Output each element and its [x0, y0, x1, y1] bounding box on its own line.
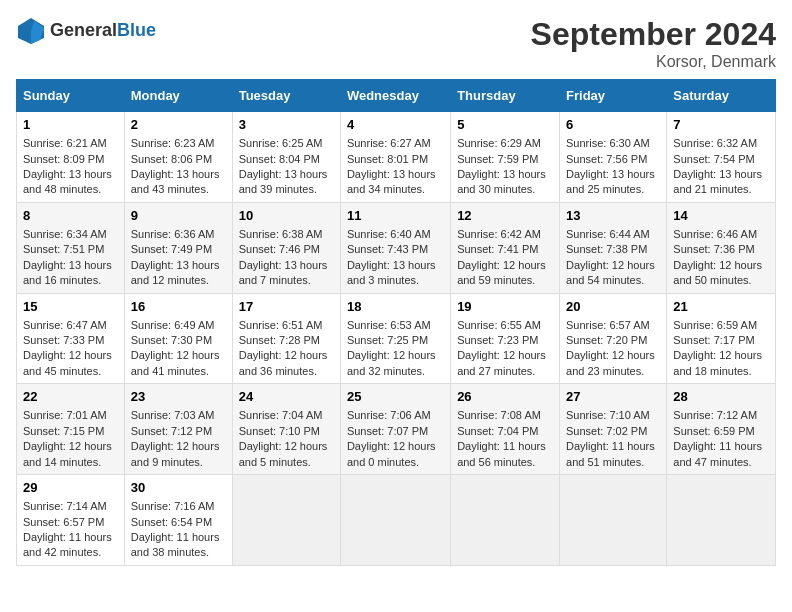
day-number: 15 [23, 298, 118, 316]
calendar-cell: 14 Sunrise: 6:46 AMSunset: 7:36 PMDaylig… [667, 202, 776, 293]
calendar-cell: 22 Sunrise: 7:01 AMSunset: 7:15 PMDaylig… [17, 384, 125, 475]
day-info: Sunrise: 7:16 AMSunset: 6:54 PMDaylight:… [131, 500, 220, 558]
day-info: Sunrise: 6:38 AMSunset: 7:46 PMDaylight:… [239, 228, 328, 286]
day-number: 16 [131, 298, 226, 316]
header-day: Saturday [667, 80, 776, 112]
calendar-table: SundayMondayTuesdayWednesdayThursdayFrid… [16, 79, 776, 566]
day-info: Sunrise: 7:04 AMSunset: 7:10 PMDaylight:… [239, 409, 328, 467]
calendar-cell: 29 Sunrise: 7:14 AMSunset: 6:57 PMDaylig… [17, 475, 125, 566]
day-info: Sunrise: 7:06 AMSunset: 7:07 PMDaylight:… [347, 409, 436, 467]
calendar-subtitle: Korsor, Denmark [531, 53, 776, 71]
day-number: 29 [23, 479, 118, 497]
day-info: Sunrise: 6:23 AMSunset: 8:06 PMDaylight:… [131, 137, 220, 195]
calendar-week-row: 29 Sunrise: 7:14 AMSunset: 6:57 PMDaylig… [17, 475, 776, 566]
day-info: Sunrise: 6:32 AMSunset: 7:54 PMDaylight:… [673, 137, 762, 195]
day-info: Sunrise: 6:30 AMSunset: 7:56 PMDaylight:… [566, 137, 655, 195]
calendar-cell [667, 475, 776, 566]
calendar-cell: 7 Sunrise: 6:32 AMSunset: 7:54 PMDayligh… [667, 112, 776, 203]
day-info: Sunrise: 6:36 AMSunset: 7:49 PMDaylight:… [131, 228, 220, 286]
day-info: Sunrise: 6:49 AMSunset: 7:30 PMDaylight:… [131, 319, 220, 377]
day-number: 30 [131, 479, 226, 497]
day-number: 21 [673, 298, 769, 316]
calendar-cell: 25 Sunrise: 7:06 AMSunset: 7:07 PMDaylig… [340, 384, 450, 475]
day-number: 22 [23, 388, 118, 406]
day-info: Sunrise: 6:59 AMSunset: 7:17 PMDaylight:… [673, 319, 762, 377]
logo-blue: Blue [117, 20, 156, 40]
day-number: 8 [23, 207, 118, 225]
calendar-cell: 27 Sunrise: 7:10 AMSunset: 7:02 PMDaylig… [560, 384, 667, 475]
day-info: Sunrise: 6:27 AMSunset: 8:01 PMDaylight:… [347, 137, 436, 195]
calendar-cell: 5 Sunrise: 6:29 AMSunset: 7:59 PMDayligh… [451, 112, 560, 203]
day-number: 19 [457, 298, 553, 316]
day-number: 14 [673, 207, 769, 225]
day-number: 3 [239, 116, 334, 134]
day-number: 24 [239, 388, 334, 406]
calendar-week-row: 15 Sunrise: 6:47 AMSunset: 7:33 PMDaylig… [17, 293, 776, 384]
page-header: GeneralBlue September 2024 Korsor, Denma… [16, 16, 776, 71]
calendar-cell: 3 Sunrise: 6:25 AMSunset: 8:04 PMDayligh… [232, 112, 340, 203]
day-number: 9 [131, 207, 226, 225]
calendar-cell: 10 Sunrise: 6:38 AMSunset: 7:46 PMDaylig… [232, 202, 340, 293]
day-number: 18 [347, 298, 444, 316]
header-day: Tuesday [232, 80, 340, 112]
calendar-cell: 28 Sunrise: 7:12 AMSunset: 6:59 PMDaylig… [667, 384, 776, 475]
day-info: Sunrise: 6:47 AMSunset: 7:33 PMDaylight:… [23, 319, 112, 377]
calendar-cell: 24 Sunrise: 7:04 AMSunset: 7:10 PMDaylig… [232, 384, 340, 475]
calendar-cell [560, 475, 667, 566]
day-number: 5 [457, 116, 553, 134]
day-number: 28 [673, 388, 769, 406]
calendar-cell: 23 Sunrise: 7:03 AMSunset: 7:12 PMDaylig… [124, 384, 232, 475]
calendar-cell: 8 Sunrise: 6:34 AMSunset: 7:51 PMDayligh… [17, 202, 125, 293]
logo: GeneralBlue [16, 16, 156, 46]
day-number: 13 [566, 207, 660, 225]
day-info: Sunrise: 6:21 AMSunset: 8:09 PMDaylight:… [23, 137, 112, 195]
calendar-cell: 4 Sunrise: 6:27 AMSunset: 8:01 PMDayligh… [340, 112, 450, 203]
calendar-cell: 26 Sunrise: 7:08 AMSunset: 7:04 PMDaylig… [451, 384, 560, 475]
day-number: 4 [347, 116, 444, 134]
calendar-cell: 12 Sunrise: 6:42 AMSunset: 7:41 PMDaylig… [451, 202, 560, 293]
calendar-week-row: 22 Sunrise: 7:01 AMSunset: 7:15 PMDaylig… [17, 384, 776, 475]
header-day: Monday [124, 80, 232, 112]
day-number: 7 [673, 116, 769, 134]
day-info: Sunrise: 6:44 AMSunset: 7:38 PMDaylight:… [566, 228, 655, 286]
day-info: Sunrise: 6:40 AMSunset: 7:43 PMDaylight:… [347, 228, 436, 286]
day-info: Sunrise: 6:57 AMSunset: 7:20 PMDaylight:… [566, 319, 655, 377]
day-info: Sunrise: 6:25 AMSunset: 8:04 PMDaylight:… [239, 137, 328, 195]
calendar-cell: 21 Sunrise: 6:59 AMSunset: 7:17 PMDaylig… [667, 293, 776, 384]
day-number: 23 [131, 388, 226, 406]
header-day: Friday [560, 80, 667, 112]
logo-general: General [50, 20, 117, 40]
calendar-title: September 2024 [531, 16, 776, 53]
day-number: 11 [347, 207, 444, 225]
day-info: Sunrise: 7:03 AMSunset: 7:12 PMDaylight:… [131, 409, 220, 467]
calendar-cell: 9 Sunrise: 6:36 AMSunset: 7:49 PMDayligh… [124, 202, 232, 293]
day-info: Sunrise: 6:55 AMSunset: 7:23 PMDaylight:… [457, 319, 546, 377]
calendar-cell: 15 Sunrise: 6:47 AMSunset: 7:33 PMDaylig… [17, 293, 125, 384]
day-number: 17 [239, 298, 334, 316]
calendar-cell: 20 Sunrise: 6:57 AMSunset: 7:20 PMDaylig… [560, 293, 667, 384]
calendar-cell [232, 475, 340, 566]
header-day: Sunday [17, 80, 125, 112]
day-number: 20 [566, 298, 660, 316]
logo-icon [16, 16, 46, 46]
calendar-week-row: 8 Sunrise: 6:34 AMSunset: 7:51 PMDayligh… [17, 202, 776, 293]
day-info: Sunrise: 6:53 AMSunset: 7:25 PMDaylight:… [347, 319, 436, 377]
calendar-cell: 1 Sunrise: 6:21 AMSunset: 8:09 PMDayligh… [17, 112, 125, 203]
day-info: Sunrise: 7:12 AMSunset: 6:59 PMDaylight:… [673, 409, 762, 467]
calendar-cell: 17 Sunrise: 6:51 AMSunset: 7:28 PMDaylig… [232, 293, 340, 384]
header-day: Wednesday [340, 80, 450, 112]
calendar-cell: 13 Sunrise: 6:44 AMSunset: 7:38 PMDaylig… [560, 202, 667, 293]
calendar-cell [451, 475, 560, 566]
calendar-cell: 19 Sunrise: 6:55 AMSunset: 7:23 PMDaylig… [451, 293, 560, 384]
day-info: Sunrise: 6:34 AMSunset: 7:51 PMDaylight:… [23, 228, 112, 286]
title-section: September 2024 Korsor, Denmark [531, 16, 776, 71]
calendar-cell: 11 Sunrise: 6:40 AMSunset: 7:43 PMDaylig… [340, 202, 450, 293]
calendar-cell: 18 Sunrise: 6:53 AMSunset: 7:25 PMDaylig… [340, 293, 450, 384]
day-info: Sunrise: 6:51 AMSunset: 7:28 PMDaylight:… [239, 319, 328, 377]
day-number: 2 [131, 116, 226, 134]
day-number: 10 [239, 207, 334, 225]
day-number: 12 [457, 207, 553, 225]
day-number: 1 [23, 116, 118, 134]
day-info: Sunrise: 7:01 AMSunset: 7:15 PMDaylight:… [23, 409, 112, 467]
header-row: SundayMondayTuesdayWednesdayThursdayFrid… [17, 80, 776, 112]
